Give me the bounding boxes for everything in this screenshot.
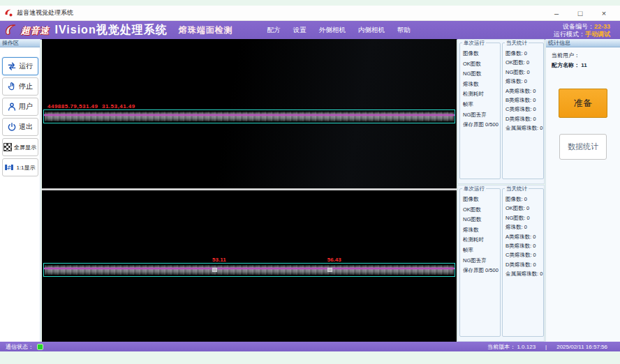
data-statistics-button[interactable]: 数据统计 xyxy=(559,134,607,160)
device-number-value: 22-33 xyxy=(594,23,610,30)
exit-button-label: 退出 xyxy=(19,122,33,132)
run-mode-label: 运行模式： xyxy=(554,31,585,38)
stat-row: NG图数: 0 xyxy=(505,213,543,222)
stop-button[interactable]: 停止 xyxy=(2,77,38,96)
stat-row: B类熔珠数: 0 xyxy=(505,241,543,250)
stat-row: 熔珠数 xyxy=(463,79,500,90)
stat-row: 帧率 xyxy=(463,100,500,110)
brand-logo: 超音速 xyxy=(4,24,50,38)
weld-bead-image xyxy=(45,112,454,121)
stat-row: 帧率 xyxy=(463,245,500,256)
daily-stats-title: 当天统计 xyxy=(505,40,529,47)
daily-stats-groupbox: 当天统计 图像数: 0OK图数: 0NG图数: 0熔珠数: 0A类熔珠数: 0B… xyxy=(502,188,544,337)
laser-line xyxy=(44,114,455,116)
close-button[interactable]: × xyxy=(592,6,616,20)
stat-row: NG图丢弃 xyxy=(463,110,500,121)
stat-row: OK图数 xyxy=(463,205,500,215)
app-header: 超音速 IVision视觉处理系统 熔珠端面检测 配方设置外侧相机内侧相机帮助 … xyxy=(0,21,620,40)
recipe-name-value: 11 xyxy=(581,62,586,68)
point-marker-box xyxy=(212,268,217,272)
menu-item[interactable]: 设置 xyxy=(287,24,313,37)
prepare-button[interactable]: 准备 xyxy=(559,89,607,118)
status-separator: | xyxy=(545,344,547,350)
comm-status-indicator xyxy=(37,344,43,350)
brand-swoosh-icon xyxy=(4,24,20,38)
stat-row: 熔珠数: 0 xyxy=(505,222,543,232)
point-measurement-label: 56.43 xyxy=(327,257,341,263)
stat-row: 图像数: 0 xyxy=(505,49,543,58)
comm-status-label: 通信状态： xyxy=(6,343,34,351)
stat-row: C类熔珠数: 0 xyxy=(505,105,543,114)
one-to-one-button-label: 1:1显示 xyxy=(16,164,35,172)
stat-row: OK图数: 0 xyxy=(505,58,543,67)
info-panel-title: 统计信息 xyxy=(546,39,620,47)
app-logo-icon xyxy=(4,8,13,17)
stat-row: 图像数: 0 xyxy=(505,195,543,204)
stat-row: NG图丢弃 xyxy=(463,256,500,266)
stat-row: 熔珠数 xyxy=(463,225,500,236)
run-button-label: 运行 xyxy=(19,61,33,71)
stat-row: NG图数 xyxy=(463,69,500,79)
stat-row: C类熔珠数: 0 xyxy=(505,250,543,259)
run-button[interactable]: 运行 xyxy=(2,57,38,75)
daily-stats-groupbox: 当天统计 图像数: 0OK图数: 0NG图数: 0熔珠数: 0A类熔珠数: 0B… xyxy=(502,43,544,179)
power-icon xyxy=(7,122,17,132)
inner-camera-viewport[interactable]: 53.11 56.43 xyxy=(42,190,457,342)
fullscreen-button[interactable]: 全屏显示 xyxy=(2,138,38,156)
stat-row: OK图数: 0 xyxy=(505,204,543,213)
menu-item[interactable]: 内侧相机 xyxy=(352,24,391,37)
user-icon xyxy=(7,102,17,112)
version-label: 当前版本： xyxy=(487,344,515,350)
menu-item[interactable]: 配方 xyxy=(261,24,287,37)
app-title: IVision视觉处理系统 xyxy=(55,23,168,38)
daily-stats-title: 当天统计 xyxy=(505,185,529,192)
inner-camera-stats-panel: 单次运行 图像数OK图数NG图数熔珠数检测耗时帧率NG图丢弃保存原图 0/500… xyxy=(457,185,545,342)
stop-button-label: 停止 xyxy=(19,82,33,91)
menu-bar: 配方设置外侧相机内侧相机帮助 xyxy=(261,24,417,37)
stop-hand-icon xyxy=(7,82,17,91)
fullscreen-button-label: 全屏显示 xyxy=(14,144,36,151)
statistics-column: 单次运行 图像数OK图数NG图数熔珠数检测耗时帧率NG图丢弃保存原图 0/500… xyxy=(457,39,545,342)
laser-line xyxy=(44,268,455,269)
device-number-label: 设备编号： xyxy=(563,23,594,30)
stat-row: 金属屑熔珠数: 0 xyxy=(505,269,543,278)
sidebar-title: 操作区 xyxy=(0,39,40,47)
point-marker-box xyxy=(327,268,332,272)
single-run-title: 单次运行 xyxy=(462,185,486,192)
stat-row: NG图数 xyxy=(463,215,500,225)
stat-row: NG图数: 0 xyxy=(505,68,543,77)
one-to-one-button[interactable]: 1:1显示 xyxy=(2,158,38,176)
minimize-button[interactable]: – xyxy=(545,6,568,20)
roi-rectangle: 449885.79,531.49 31.53,41.49 xyxy=(43,109,455,123)
exit-button[interactable]: 退出 xyxy=(2,118,38,136)
device-info: 设备编号：22-33 运行模式：手动调试 xyxy=(554,23,610,38)
run-icon xyxy=(7,61,17,71)
stat-row: 检测耗时 xyxy=(463,89,500,100)
stat-row: D类熔珠数: 0 xyxy=(505,260,543,269)
roi-rectangle: 53.11 56.43 xyxy=(43,263,455,277)
recipe-name-label: 配方名称： xyxy=(552,62,580,68)
stat-row: 保存原图 0/500 xyxy=(463,266,500,276)
weld-bead-image xyxy=(45,265,454,275)
user-button[interactable]: 用户 xyxy=(2,98,38,116)
menu-item[interactable]: 外侧相机 xyxy=(313,24,352,37)
stat-row: A类熔珠数: 0 xyxy=(505,86,543,96)
stat-row: 金属屑熔珠数: 0 xyxy=(505,123,543,132)
user-button-label: 用户 xyxy=(19,102,33,112)
menu-item[interactable]: 帮助 xyxy=(391,24,417,37)
run-mode-value: 手动调试 xyxy=(585,31,610,38)
point-measurement-label: 53.11 xyxy=(212,257,226,263)
statistics-info-panel: 统计信息 当前用户： 配方名称： 11 准备 数据统计 xyxy=(545,39,620,342)
stat-row: D类熔珠数: 0 xyxy=(505,114,543,123)
operation-sidebar: 操作区 运行 停止 用户 xyxy=(0,39,40,342)
outer-camera-viewport[interactable]: 449885.79,531.49 31.53,41.49 xyxy=(42,39,457,188)
stat-row: OK图数 xyxy=(463,59,500,70)
brand-name: 超音速 xyxy=(21,24,50,37)
measurement-annotation: 449885.79,531.49 31.53,41.49 xyxy=(47,103,135,109)
one-to-one-icon xyxy=(4,162,14,172)
datetime: 2025/02/11 16:57:56 xyxy=(556,344,607,350)
camera-viewports: 449885.79,531.49 31.53,41.49 53.11 56.43 xyxy=(42,39,457,342)
stat-row: A类熔珠数: 0 xyxy=(505,232,543,241)
stat-row: 图像数 xyxy=(463,195,500,205)
restore-button[interactable]: □ xyxy=(568,6,592,20)
